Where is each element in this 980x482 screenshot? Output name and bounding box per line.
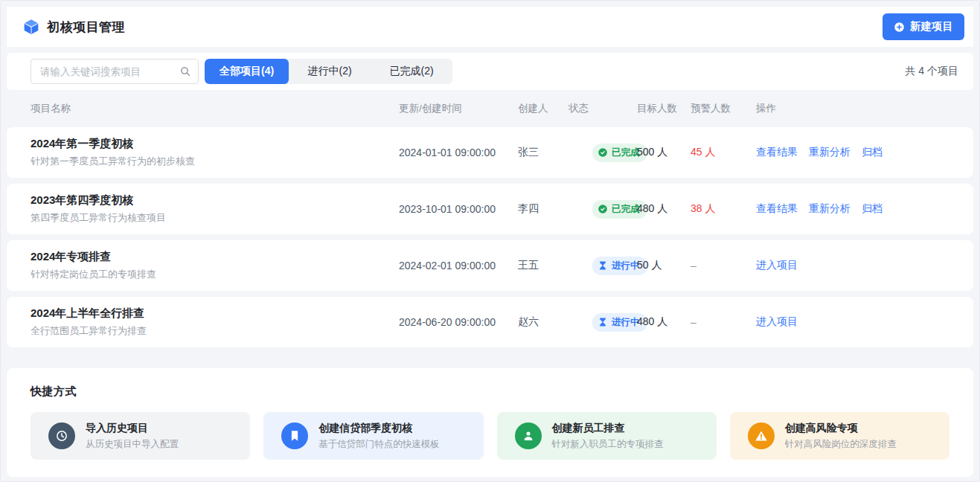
project-time: 2024-06-20 09:00:00: [399, 316, 518, 328]
project-desc: 针对特定岗位员工的专项排查: [31, 268, 399, 281]
status-label: 进行中: [612, 260, 640, 272]
reanalyze-link[interactable]: 重新分析: [809, 146, 851, 159]
project-status-cell: 已完成: [569, 144, 637, 162]
project-title: 2024年专项排查: [31, 250, 399, 264]
project-status-cell: 进行中: [569, 313, 637, 332]
warning-count: 45 人: [691, 146, 756, 159]
table-header: 项目名称 更新/创建时间 创建人 状态 目标人数 预警人数 操作: [7, 90, 973, 127]
warning-count: –: [691, 316, 756, 328]
filter-tabs: 全部项目(4) 进行中(2) 已完成(2): [205, 59, 452, 84]
bookmark-icon: [281, 422, 308, 449]
table-row: 2023年第四季度初核 第四季度员工异常行为核查项目 2023-10-01 09…: [7, 184, 973, 234]
shortcut-cards: 导入历史项目 从历史项目中导入配置 创建信贷部季度初核 基于信贷部门特点的快速模…: [31, 412, 949, 460]
reanalyze-link[interactable]: 重新分析: [809, 202, 851, 216]
check-circle-icon: [598, 147, 608, 158]
shortcut-credit-dept-review[interactable]: 创建信贷部季度初核 基于信贷部门特点的快速模板: [263, 412, 483, 460]
project-title: 2023年第四季度初核: [31, 193, 399, 208]
tab-all-projects[interactable]: 全部项目(4): [205, 59, 289, 84]
shortcut-text: 创建信贷部季度初核 基于信贷部门特点的快速模板: [318, 422, 440, 451]
project-count-summary: 共 4 个项目: [905, 65, 958, 78]
shortcut-import-history[interactable]: 导入历史项目 从历史项目中导入配置: [31, 412, 250, 460]
col-update-time: 更新/创建时间: [399, 102, 518, 115]
project-time: 2024-02-01 09:00:00: [399, 260, 518, 271]
page: 初核项目管理 新建项目 全部项目(4) 进行中(2) 已完成(2) 共 4 个项…: [0, 0, 980, 482]
project-title: 2024年第一季度初核: [31, 137, 399, 151]
project-desc: 第四季度员工异常行为核查项目: [31, 211, 399, 225]
project-desc: 全行范围员工异常行为排查: [31, 324, 399, 338]
hourglass-icon: [598, 317, 608, 327]
hourglass-icon: [598, 260, 608, 271]
project-name-cell: 2024年上半年全行排查 全行范围员工异常行为排查: [31, 306, 399, 338]
status-label: 已完成: [612, 203, 640, 216]
col-creator: 创建人: [518, 102, 569, 115]
shortcut-title: 创建信贷部季度初核: [318, 422, 440, 435]
shortcut-title: 创建高风险专项: [785, 422, 897, 435]
row-actions: 进入项目: [756, 259, 949, 272]
project-name-cell: 2023年第四季度初核 第四季度员工异常行为核查项目: [31, 193, 399, 225]
new-project-button[interactable]: 新建项目: [883, 13, 964, 40]
col-warning-count: 预警人数: [691, 102, 756, 115]
shortcuts-section: 快捷方式 导入历史项目 从历史项目中导入配置: [7, 368, 973, 477]
project-time: 2024-01-01 09:00:00: [399, 147, 518, 158]
check-circle-icon: [598, 204, 608, 214]
enter-project-link[interactable]: 进入项目: [756, 315, 798, 329]
search-box: [31, 59, 199, 84]
target-count: 480 人: [637, 202, 691, 216]
col-project-name: 项目名称: [31, 102, 399, 115]
warning-count: 38 人: [691, 202, 756, 216]
plus-circle-icon: [894, 22, 905, 33]
target-count: 50 人: [637, 259, 691, 272]
project-name-cell: 2024年第一季度初核 针对第一季度员工异常行为的初步核查: [31, 137, 399, 168]
shortcut-text: 创建高风险专项 针对高风险岗位的深度排查: [785, 422, 897, 451]
project-creator: 王五: [518, 259, 569, 272]
col-target-count: 目标人数: [637, 102, 691, 115]
new-project-label: 新建项目: [910, 20, 953, 33]
project-title: 2024年上半年全行排查: [31, 306, 399, 321]
project-creator: 张三: [518, 146, 569, 159]
cube-icon: [23, 19, 39, 35]
warning-count: –: [691, 260, 756, 271]
shortcut-text: 创建新员工排查 针对新入职员工的专项排查: [552, 422, 664, 451]
archive-link[interactable]: 归档: [862, 146, 883, 159]
shortcut-high-risk-special[interactable]: 创建高风险专项 针对高风险岗位的深度排查: [730, 412, 949, 460]
project-creator: 李四: [518, 202, 569, 216]
page-title-group: 初核项目管理: [23, 19, 125, 36]
target-count: 500 人: [637, 146, 691, 159]
archive-link[interactable]: 归档: [862, 202, 883, 216]
tab-in-progress[interactable]: 进行中(2): [289, 59, 371, 84]
view-results-link[interactable]: 查看结果: [756, 202, 798, 216]
shortcut-desc: 从历史项目中导入配置: [86, 438, 179, 451]
top-bar: 初核项目管理 新建项目: [7, 7, 973, 47]
shortcut-desc: 针对新入职员工的专项排查: [552, 438, 664, 451]
project-name-cell: 2024年专项排查 针对特定岗位员工的专项排查: [31, 250, 399, 281]
shortcut-desc: 基于信贷部门特点的快速模板: [318, 438, 440, 451]
clock-icon: [48, 422, 75, 449]
target-count: 480 人: [637, 315, 691, 329]
project-status-cell: 进行中: [569, 257, 637, 275]
status-label: 进行中: [612, 316, 640, 329]
toolbar: 全部项目(4) 进行中(2) 已完成(2) 共 4 个项目: [7, 53, 973, 90]
shortcut-title: 导入历史项目: [86, 422, 179, 435]
enter-project-link[interactable]: 进入项目: [756, 259, 798, 272]
row-actions: 查看结果 重新分析 归档: [756, 146, 949, 159]
user-icon: [515, 422, 542, 449]
shortcut-text: 导入历史项目 从历史项目中导入配置: [86, 422, 179, 451]
shortcut-new-employee-check[interactable]: 创建新员工排查 针对新入职员工的专项排查: [497, 412, 717, 460]
status-label: 已完成: [612, 147, 640, 159]
table-row: 2024年第一季度初核 针对第一季度员工异常行为的初步核查 2024-01-01…: [7, 127, 973, 178]
shortcuts-title: 快捷方式: [31, 385, 949, 399]
warning-icon: [748, 422, 775, 449]
col-actions: 操作: [756, 102, 949, 115]
col-status: 状态: [569, 102, 637, 115]
project-creator: 赵六: [518, 315, 569, 329]
project-desc: 针对第一季度员工异常行为的初步核查: [31, 155, 399, 168]
page-title: 初核项目管理: [47, 19, 125, 36]
row-actions: 进入项目: [756, 315, 949, 329]
table-row: 2024年专项排查 针对特定岗位员工的专项排查 2024-02-01 09:00…: [7, 240, 973, 291]
row-actions: 查看结果 重新分析 归档: [756, 202, 949, 216]
search-icon[interactable]: [179, 65, 191, 77]
view-results-link[interactable]: 查看结果: [756, 146, 798, 159]
shortcut-title: 创建新员工排查: [552, 422, 664, 435]
tab-completed[interactable]: 已完成(2): [371, 59, 452, 84]
search-input[interactable]: [31, 59, 199, 84]
